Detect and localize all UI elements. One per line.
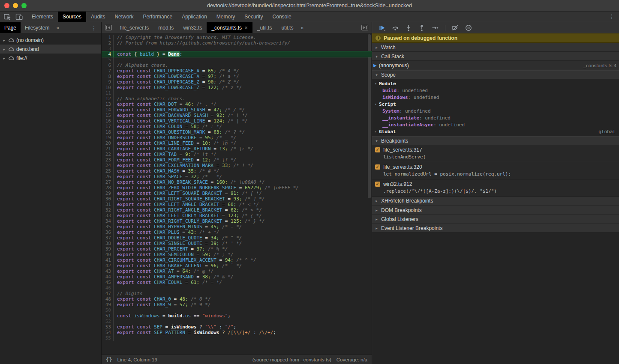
disclosure-triangle-icon[interactable]: ▸ bbox=[2, 38, 6, 42]
breakpoint-checkbox[interactable]: ✓ bbox=[375, 164, 380, 170]
section-breakpoints[interactable]: ▾ Breakpoints bbox=[372, 136, 619, 145]
line-number[interactable]: 33 bbox=[102, 213, 114, 218]
file-tab-win32-ts[interactable]: win32.ts bbox=[178, 22, 207, 33]
breakpoint-entry[interactable]: ✓file_server.ts:317listenAndServe( bbox=[372, 145, 619, 162]
scope-property[interactable]: System: undefined bbox=[372, 107, 619, 114]
code-editor[interactable]: 1// Copyright the Browserify authors. MI… bbox=[102, 33, 372, 355]
tab-audits[interactable]: Audits bbox=[86, 12, 110, 22]
device-toolbar-icon[interactable] bbox=[15, 13, 23, 20]
devtools-more-menu-icon[interactable]: ⋮ bbox=[604, 12, 619, 22]
navigator-tabs-overflow-icon[interactable]: » bbox=[54, 22, 62, 33]
line-number[interactable]: 26 bbox=[102, 174, 114, 179]
line-number[interactable]: 54 bbox=[102, 330, 114, 335]
line-number[interactable]: 9 bbox=[102, 79, 114, 85]
line-number[interactable]: 42 bbox=[102, 263, 114, 269]
step-out-icon[interactable] bbox=[418, 24, 425, 31]
line-number[interactable]: 20 bbox=[102, 140, 114, 146]
line-number[interactable]: 18 bbox=[102, 129, 114, 135]
line-number[interactable]: 6 bbox=[102, 63, 114, 68]
section-event-listener-breakpoints[interactable]: ▸Event Listener Breakpoints bbox=[372, 224, 619, 233]
line-number[interactable]: 12 bbox=[102, 96, 114, 101]
tab-security[interactable]: Security bbox=[240, 12, 267, 22]
hide-debugger-icon[interactable] bbox=[358, 22, 372, 33]
file-tab-mod-ts[interactable]: mod.ts bbox=[153, 22, 178, 33]
scope-property[interactable]: __instantiateAsync: undefined bbox=[372, 121, 619, 128]
line-number[interactable]: 31 bbox=[102, 202, 114, 207]
line-number[interactable]: 37 bbox=[102, 235, 114, 241]
line-number[interactable]: 10 bbox=[102, 85, 114, 90]
sidebar-tree-item-deno-land[interactable]: ▸deno.land bbox=[0, 45, 101, 54]
line-number[interactable]: 22 bbox=[102, 152, 114, 157]
line-number[interactable]: 51 bbox=[102, 313, 114, 319]
breakpoint-checkbox[interactable]: ✓ bbox=[375, 182, 380, 187]
sidebar-tree-item-no-domain[interactable]: ▸(no domain) bbox=[0, 36, 101, 45]
line-number[interactable]: 38 bbox=[102, 241, 114, 246]
line-number[interactable]: 17 bbox=[102, 124, 114, 129]
section-call-stack[interactable]: ▾ Call Stack bbox=[372, 52, 619, 61]
navigator-tab-filesystem[interactable]: Filesystem bbox=[21, 22, 54, 33]
line-number[interactable]: 1 bbox=[102, 35, 114, 40]
scope-group-global[interactable]: ▸Globalglobal bbox=[372, 128, 619, 135]
line-number[interactable]: 8 bbox=[102, 74, 114, 79]
line-number[interactable]: 50 bbox=[102, 307, 114, 313]
tab-sources[interactable]: Sources bbox=[58, 12, 86, 22]
line-number[interactable]: 4 bbox=[102, 51, 114, 57]
line-number[interactable]: 7 bbox=[102, 68, 114, 74]
line-number[interactable]: 2 bbox=[102, 40, 114, 46]
tab-elements[interactable]: Elements bbox=[27, 12, 58, 22]
disclosure-triangle-icon[interactable]: ▸ bbox=[2, 47, 6, 51]
section-xhr-fetch-breakpoints[interactable]: ▸XHR/fetch Breakpoints bbox=[372, 197, 619, 206]
file-tabs-overflow-icon[interactable]: » bbox=[298, 22, 306, 33]
line-number[interactable]: 5 bbox=[102, 57, 114, 63]
line-number[interactable]: 14 bbox=[102, 107, 114, 113]
line-number[interactable]: 47 bbox=[102, 291, 114, 296]
breakpoint-entry[interactable]: ✓win32.ts:912.replace(/^\/*([A-Za-z]:)(\… bbox=[372, 179, 619, 197]
line-number[interactable]: 27 bbox=[102, 179, 114, 185]
line-number[interactable]: 55 bbox=[102, 335, 114, 341]
file-tab-util-ts[interactable]: _util.ts bbox=[252, 22, 277, 33]
line-number[interactable]: 45 bbox=[102, 280, 114, 285]
line-number[interactable]: 39 bbox=[102, 246, 114, 252]
line-number[interactable]: 30 bbox=[102, 196, 114, 202]
line-number[interactable]: 36 bbox=[102, 230, 114, 235]
source-mapped-link[interactable]: _constants.ts bbox=[300, 357, 330, 362]
tab-performance[interactable]: Performance bbox=[138, 12, 177, 22]
breakpoint-checkbox[interactable]: ✓ bbox=[375, 147, 380, 152]
line-number[interactable]: 24 bbox=[102, 163, 114, 168]
line-number[interactable]: 53 bbox=[102, 324, 114, 330]
pause-on-exceptions-icon[interactable] bbox=[465, 24, 472, 31]
line-number[interactable]: 43 bbox=[102, 269, 114, 274]
section-scope[interactable]: ▾ Scope bbox=[372, 70, 619, 79]
step-over-icon[interactable] bbox=[392, 24, 399, 31]
editor-scrollbar[interactable] bbox=[368, 34, 371, 198]
section-watch[interactable]: ▸ Watch bbox=[372, 43, 619, 52]
file-tab-util-ts[interactable]: util.ts bbox=[276, 22, 298, 33]
close-tab-icon[interactable]: × bbox=[244, 24, 248, 31]
tab-console[interactable]: Console bbox=[268, 12, 296, 22]
line-number[interactable]: 48 bbox=[102, 296, 114, 302]
section-global-listeners[interactable]: ▸Global Listeners bbox=[372, 215, 619, 224]
line-number[interactable]: 41 bbox=[102, 257, 114, 263]
scope-group-script[interactable]: ▾Script bbox=[372, 101, 619, 107]
pretty-print-icon[interactable]: {} bbox=[106, 357, 112, 363]
line-number[interactable]: 28 bbox=[102, 185, 114, 191]
tab-application[interactable]: Application bbox=[177, 12, 212, 22]
line-number[interactable]: 23 bbox=[102, 157, 114, 163]
line-number[interactable]: 21 bbox=[102, 146, 114, 152]
sidebar-tree-item-file[interactable]: ▸file:// bbox=[0, 54, 101, 63]
hide-navigator-icon[interactable] bbox=[102, 22, 115, 33]
inspect-icon[interactable] bbox=[4, 13, 11, 20]
line-number[interactable]: 40 bbox=[102, 252, 114, 257]
call-stack-frame[interactable]: ▶(anonymous)_constants.ts:4 bbox=[372, 61, 619, 70]
line-number[interactable]: 34 bbox=[102, 218, 114, 224]
navigator-tab-page[interactable]: Page bbox=[0, 22, 21, 33]
line-number[interactable]: 25 bbox=[102, 168, 114, 174]
breakpoint-entry[interactable]: ✓file_server.ts:320let normalizedUrl = p… bbox=[372, 162, 619, 179]
file-tab-file-server-ts[interactable]: file_server.ts bbox=[115, 22, 153, 33]
file-tab-constants-ts[interactable]: _constants.ts× bbox=[207, 22, 252, 33]
navigator-more-menu-icon[interactable]: ⋮ bbox=[87, 22, 101, 33]
scope-group-module[interactable]: ▾Module bbox=[372, 80, 619, 87]
line-number[interactable]: 29 bbox=[102, 191, 114, 196]
line-number[interactable]: 52 bbox=[102, 319, 114, 324]
scope-property[interactable]: __instantiate: undefined bbox=[372, 114, 619, 121]
